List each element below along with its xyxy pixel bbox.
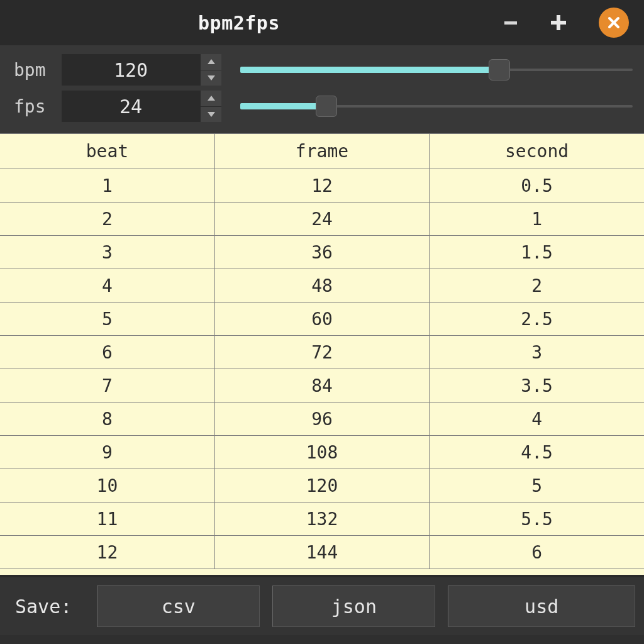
table-row[interactable]: 4482 (0, 269, 644, 303)
fps-slider-fill (240, 103, 326, 109)
cell-second: 2 (430, 269, 644, 303)
fps-step-down[interactable] (201, 107, 221, 123)
col-header-second: second (430, 134, 644, 169)
fps-row: fps (0, 88, 644, 125)
cell-beat: 6 (0, 336, 214, 369)
cell-frame: 72 (214, 336, 429, 369)
chevron-up-icon (207, 95, 216, 101)
cell-beat: 2 (0, 203, 214, 236)
cell-frame: 12 (214, 169, 429, 203)
cell-second: 5.5 (430, 502, 644, 536)
save-csv-button[interactable]: csv (97, 586, 260, 627)
results-table-wrap: beat frame second 1120.522413361.5448256… (0, 133, 644, 575)
svg-marker-8 (208, 112, 215, 117)
cell-second: 4.5 (430, 436, 644, 469)
svg-marker-6 (208, 75, 215, 80)
col-header-frame: frame (214, 134, 429, 169)
svg-rect-0 (504, 21, 517, 25)
cell-beat: 9 (0, 436, 214, 469)
chevron-down-icon (207, 111, 216, 118)
cell-second: 2.5 (430, 303, 644, 336)
bpm-slider-fill (240, 67, 499, 73)
table-row[interactable]: 111325.5 (0, 502, 644, 536)
cell-frame: 108 (214, 436, 429, 469)
bpm-step-up[interactable] (201, 54, 221, 70)
svg-marker-5 (208, 59, 215, 64)
cell-second: 0.5 (430, 169, 644, 203)
cell-second: 3 (430, 336, 644, 369)
cell-frame: 36 (214, 236, 429, 269)
bpm-step-down[interactable] (201, 70, 221, 86)
fps-step-up[interactable] (201, 91, 221, 107)
controls-panel: bpm fps (0, 45, 644, 133)
cell-frame: 132 (214, 502, 429, 536)
cell-beat: 4 (0, 269, 214, 303)
table-row[interactable]: 101205 (0, 469, 644, 502)
cell-frame: 120 (214, 469, 429, 502)
chevron-up-icon (207, 58, 216, 65)
cell-second: 4 (430, 402, 644, 436)
cell-beat: 12 (0, 536, 214, 569)
cell-frame: 60 (214, 303, 429, 336)
svg-rect-2 (551, 21, 566, 25)
bpm-input[interactable] (62, 54, 200, 86)
cell-frame: 24 (214, 203, 429, 236)
cell-second: 6 (430, 536, 644, 569)
save-label: Save: (9, 596, 84, 618)
bottom-bar: Save: csv json usd (0, 575, 644, 635)
fps-label: fps (11, 96, 62, 117)
table-row[interactable]: 3361.5 (0, 236, 644, 269)
close-icon (606, 15, 621, 30)
table-row[interactable]: 1120.5 (0, 169, 644, 203)
save-usd-button[interactable]: usd (448, 586, 635, 627)
cell-beat: 5 (0, 303, 214, 336)
bpm-label: bpm (11, 60, 62, 80)
results-table: beat frame second 1120.522413361.5448256… (0, 133, 644, 569)
bpm-spinbox[interactable] (62, 54, 221, 86)
titlebar: bpm2fps (0, 0, 644, 45)
minimize-icon (502, 14, 519, 31)
table-row[interactable]: 121446 (0, 536, 644, 569)
cell-frame: 96 (214, 402, 429, 436)
fps-input[interactable] (62, 91, 200, 122)
bpm-slider-thumb[interactable] (489, 59, 510, 80)
cell-beat: 1 (0, 169, 214, 203)
fps-slider-thumb[interactable] (316, 96, 337, 117)
cell-frame: 84 (214, 369, 429, 402)
cell-beat: 10 (0, 469, 214, 502)
maximize-button[interactable] (543, 8, 574, 38)
cell-beat: 11 (0, 502, 214, 536)
cell-frame: 144 (214, 536, 429, 569)
cell-second: 1 (430, 203, 644, 236)
svg-marker-7 (208, 96, 215, 101)
table-row[interactable]: 5602.5 (0, 303, 644, 336)
bpm-row: bpm (0, 52, 644, 88)
bpm-slider[interactable] (240, 54, 633, 86)
fps-slider[interactable] (240, 91, 633, 122)
table-header-row: beat frame second (0, 134, 644, 169)
minimize-button[interactable] (496, 8, 526, 38)
table-row[interactable]: 7843.5 (0, 369, 644, 402)
table-row[interactable]: 2241 (0, 203, 644, 236)
save-json-button[interactable]: json (272, 586, 435, 627)
chevron-down-icon (207, 75, 216, 81)
cell-second: 5 (430, 469, 644, 502)
table-row[interactable]: 6723 (0, 336, 644, 369)
plus-icon (549, 13, 568, 32)
cell-beat: 3 (0, 236, 214, 269)
cell-beat: 7 (0, 369, 214, 402)
table-row[interactable]: 91084.5 (0, 436, 644, 469)
col-header-beat: beat (0, 134, 214, 169)
cell-second: 3.5 (430, 369, 644, 402)
table-row[interactable]: 8964 (0, 402, 644, 436)
cell-frame: 48 (214, 269, 429, 303)
fps-spinbox[interactable] (62, 91, 221, 122)
cell-beat: 8 (0, 402, 214, 436)
window-title: bpm2fps (198, 12, 280, 34)
cell-second: 1.5 (430, 236, 644, 269)
close-button[interactable] (599, 8, 629, 38)
